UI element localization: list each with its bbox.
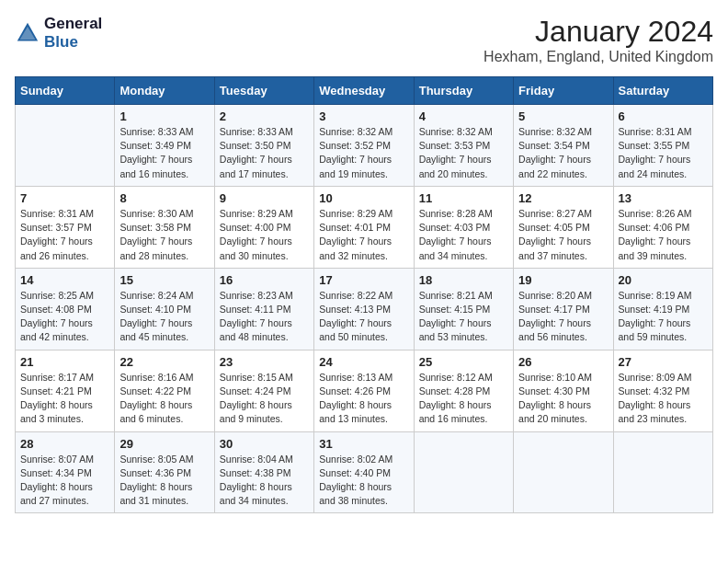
- cell-content: Sunrise: 8:29 AMSunset: 4:01 PMDaylight:…: [319, 207, 408, 263]
- cell-content: Sunrise: 8:32 AMSunset: 3:52 PMDaylight:…: [319, 125, 408, 181]
- day-number: 20: [619, 273, 708, 287]
- day-cell: [514, 431, 613, 513]
- day-number: 13: [619, 191, 708, 205]
- cell-content: Sunrise: 8:30 AMSunset: 3:58 PMDaylight:…: [119, 207, 209, 263]
- day-number: 2: [220, 109, 309, 123]
- day-cell: 26 Sunrise: 8:10 AMSunset: 4:30 PMDaylig…: [514, 350, 613, 431]
- day-number: 21: [20, 355, 109, 369]
- day-cell: 5 Sunrise: 8:32 AMSunset: 3:54 PMDayligh…: [514, 105, 613, 187]
- day-cell: 14 Sunrise: 8:25 AMSunset: 4:08 PMDaylig…: [16, 268, 115, 350]
- day-number: 8: [119, 191, 209, 205]
- cell-content: Sunrise: 8:04 AMSunset: 4:38 PMDaylight:…: [220, 453, 309, 509]
- day-cell: 4 Sunrise: 8:32 AMSunset: 3:53 PMDayligh…: [414, 105, 513, 187]
- cell-content: Sunrise: 8:07 AMSunset: 4:34 PMDaylight:…: [20, 453, 109, 509]
- day-number: 4: [419, 109, 508, 123]
- day-cell: [613, 431, 712, 513]
- day-number: 17: [319, 273, 408, 287]
- logo-text: General Blue: [44, 15, 102, 52]
- week-row-4: 21 Sunrise: 8:17 AMSunset: 4:21 PMDaylig…: [16, 350, 713, 431]
- cell-content: Sunrise: 8:32 AMSunset: 3:53 PMDaylight:…: [419, 125, 508, 181]
- logo-icon: [15, 20, 40, 46]
- cell-content: Sunrise: 8:15 AMSunset: 4:24 PMDaylight:…: [220, 371, 309, 427]
- day-number: 12: [518, 191, 608, 205]
- header-monday: Monday: [115, 77, 214, 105]
- day-number: 27: [619, 355, 708, 369]
- logo: General Blue: [15, 15, 102, 52]
- day-cell: 27 Sunrise: 8:09 AMSunset: 4:32 PMDaylig…: [613, 350, 712, 431]
- cell-content: Sunrise: 8:02 AMSunset: 4:40 PMDaylight:…: [319, 453, 408, 509]
- day-cell: [414, 431, 513, 513]
- day-cell: 29 Sunrise: 8:05 AMSunset: 4:36 PMDaylig…: [115, 431, 214, 513]
- cell-content: Sunrise: 8:31 AMSunset: 3:55 PMDaylight:…: [619, 125, 708, 181]
- day-cell: 11 Sunrise: 8:28 AMSunset: 4:03 PMDaylig…: [414, 186, 513, 268]
- day-cell: 8 Sunrise: 8:30 AMSunset: 3:58 PMDayligh…: [115, 186, 214, 268]
- day-number: 31: [319, 437, 408, 451]
- cell-content: Sunrise: 8:23 AMSunset: 4:11 PMDaylight:…: [220, 289, 309, 345]
- cell-content: Sunrise: 8:13 AMSunset: 4:26 PMDaylight:…: [319, 371, 408, 427]
- cell-content: Sunrise: 8:05 AMSunset: 4:36 PMDaylight:…: [119, 453, 209, 509]
- day-cell: 3 Sunrise: 8:32 AMSunset: 3:52 PMDayligh…: [314, 105, 414, 187]
- day-cell: 31 Sunrise: 8:02 AMSunset: 4:40 PMDaylig…: [314, 431, 414, 513]
- day-cell: 23 Sunrise: 8:15 AMSunset: 4:24 PMDaylig…: [214, 350, 313, 431]
- day-number: 24: [319, 355, 408, 369]
- day-number: 9: [220, 191, 309, 205]
- header-thursday: Thursday: [414, 77, 513, 105]
- day-number: 16: [220, 273, 309, 287]
- day-number: 6: [619, 109, 708, 123]
- title-area: January 2024 Hexham, England, United Kin…: [483, 15, 713, 65]
- day-number: 7: [20, 191, 109, 205]
- day-number: 30: [220, 437, 309, 451]
- day-cell: 19 Sunrise: 8:20 AMSunset: 4:17 PMDaylig…: [514, 268, 613, 350]
- day-number: 10: [319, 191, 408, 205]
- day-number: 3: [319, 109, 408, 123]
- day-cell: 16 Sunrise: 8:23 AMSunset: 4:11 PMDaylig…: [214, 268, 313, 350]
- cell-content: Sunrise: 8:33 AMSunset: 3:49 PMDaylight:…: [119, 125, 209, 181]
- day-cell: 15 Sunrise: 8:24 AMSunset: 4:10 PMDaylig…: [115, 268, 214, 350]
- day-cell: 13 Sunrise: 8:26 AMSunset: 4:06 PMDaylig…: [613, 186, 712, 268]
- header: General Blue January 2024 Hexham, Englan…: [15, 15, 713, 65]
- day-number: 19: [518, 273, 608, 287]
- day-cell: 18 Sunrise: 8:21 AMSunset: 4:15 PMDaylig…: [414, 268, 513, 350]
- cell-content: Sunrise: 8:09 AMSunset: 4:32 PMDaylight:…: [619, 371, 708, 427]
- cell-content: Sunrise: 8:33 AMSunset: 3:50 PMDaylight:…: [220, 125, 309, 181]
- day-number: 25: [419, 355, 508, 369]
- cell-content: Sunrise: 8:17 AMSunset: 4:21 PMDaylight:…: [20, 371, 109, 427]
- day-cell: 25 Sunrise: 8:12 AMSunset: 4:28 PMDaylig…: [414, 350, 513, 431]
- header-row: Sunday Monday Tuesday Wednesday Thursday…: [16, 77, 713, 105]
- day-cell: 21 Sunrise: 8:17 AMSunset: 4:21 PMDaylig…: [16, 350, 115, 431]
- day-cell: 30 Sunrise: 8:04 AMSunset: 4:38 PMDaylig…: [214, 431, 313, 513]
- header-wednesday: Wednesday: [314, 77, 414, 105]
- cell-content: Sunrise: 8:28 AMSunset: 4:03 PMDaylight:…: [419, 207, 508, 263]
- day-number: 5: [518, 109, 608, 123]
- cell-content: Sunrise: 8:32 AMSunset: 3:54 PMDaylight:…: [518, 125, 608, 181]
- day-cell: 28 Sunrise: 8:07 AMSunset: 4:34 PMDaylig…: [16, 431, 115, 513]
- cell-content: Sunrise: 8:31 AMSunset: 3:57 PMDaylight:…: [20, 207, 109, 263]
- cell-content: Sunrise: 8:29 AMSunset: 4:00 PMDaylight:…: [220, 207, 309, 263]
- week-row-2: 7 Sunrise: 8:31 AMSunset: 3:57 PMDayligh…: [16, 186, 713, 268]
- cell-content: Sunrise: 8:10 AMSunset: 4:30 PMDaylight:…: [518, 371, 608, 427]
- day-number: 14: [20, 273, 109, 287]
- cell-content: Sunrise: 8:21 AMSunset: 4:15 PMDaylight:…: [419, 289, 508, 345]
- cell-content: Sunrise: 8:20 AMSunset: 4:17 PMDaylight:…: [518, 289, 608, 345]
- day-cell: [16, 105, 115, 187]
- day-cell: 9 Sunrise: 8:29 AMSunset: 4:00 PMDayligh…: [214, 186, 313, 268]
- cell-content: Sunrise: 8:16 AMSunset: 4:22 PMDaylight:…: [119, 371, 209, 427]
- day-number: 22: [119, 355, 209, 369]
- cell-content: Sunrise: 8:27 AMSunset: 4:05 PMDaylight:…: [518, 207, 608, 263]
- day-number: 26: [518, 355, 608, 369]
- calendar-table: Sunday Monday Tuesday Wednesday Thursday…: [15, 76, 713, 513]
- day-cell: 7 Sunrise: 8:31 AMSunset: 3:57 PMDayligh…: [16, 186, 115, 268]
- day-number: 28: [20, 437, 109, 451]
- day-cell: 10 Sunrise: 8:29 AMSunset: 4:01 PMDaylig…: [314, 186, 414, 268]
- cell-content: Sunrise: 8:24 AMSunset: 4:10 PMDaylight:…: [119, 289, 209, 345]
- day-cell: 1 Sunrise: 8:33 AMSunset: 3:49 PMDayligh…: [115, 105, 214, 187]
- day-number: 29: [119, 437, 209, 451]
- header-friday: Friday: [514, 77, 613, 105]
- day-number: 11: [419, 191, 508, 205]
- calendar-title: January 2024: [483, 15, 713, 49]
- day-cell: 22 Sunrise: 8:16 AMSunset: 4:22 PMDaylig…: [115, 350, 214, 431]
- cell-content: Sunrise: 8:12 AMSunset: 4:28 PMDaylight:…: [419, 371, 508, 427]
- week-row-5: 28 Sunrise: 8:07 AMSunset: 4:34 PMDaylig…: [16, 431, 713, 513]
- week-row-3: 14 Sunrise: 8:25 AMSunset: 4:08 PMDaylig…: [16, 268, 713, 350]
- day-number: 15: [119, 273, 209, 287]
